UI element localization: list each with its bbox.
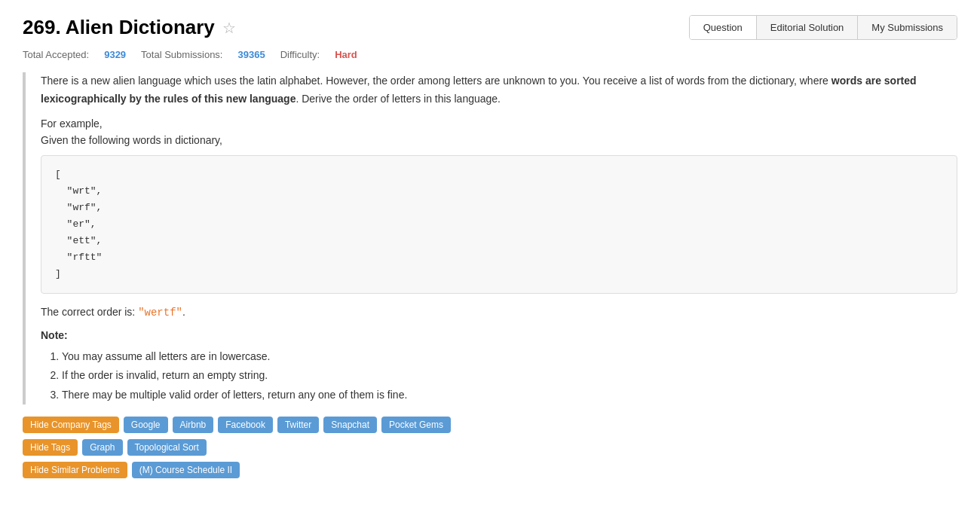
note-item-3: There may be multiple valid order of let…: [62, 386, 957, 404]
company-tags-row: Hide Company Tags Google Airbnb Facebook…: [23, 417, 957, 433]
total-accepted-label: Total Accepted:: [23, 49, 89, 60]
correct-order-prefix: The correct order is:: [41, 306, 138, 318]
problem-description: There is a new alien language which uses…: [41, 72, 957, 108]
hide-company-tags-button[interactable]: Hide Company Tags: [23, 417, 119, 433]
stats-row: Total Accepted: 9329 Total Submissions: …: [23, 49, 957, 60]
note-title: Note:: [41, 329, 957, 341]
company-tags-section: Hide Company Tags Google Airbnb Facebook…: [23, 417, 957, 478]
title-area: 269. Alien Dictionary ☆: [23, 16, 236, 39]
hide-tags-button[interactable]: Hide Tags: [23, 439, 78, 456]
tab-question[interactable]: Question: [690, 16, 757, 39]
total-submissions-label: Total Submissions:: [141, 49, 222, 60]
similar-problem-course-schedule[interactable]: (M) Course Schedule II: [132, 462, 240, 478]
header: 269. Alien Dictionary ☆ Question Editori…: [23, 15, 957, 40]
tab-submissions[interactable]: My Submissions: [858, 16, 957, 39]
for-example: For example,: [41, 118, 957, 130]
content-area: There is a new alien language which uses…: [23, 72, 957, 404]
tab-editorial[interactable]: Editorial Solution: [757, 16, 859, 39]
difficulty-label: Difficulty:: [280, 49, 320, 60]
algorithm-tag-graph[interactable]: Graph: [82, 439, 122, 456]
code-block: [ "wrt", "wrf", "er", "ett", "rftt" ]: [41, 155, 957, 295]
similar-problems-row: Hide Similar Problems (M) Course Schedul…: [23, 462, 957, 478]
star-icon[interactable]: ☆: [222, 19, 236, 37]
company-tag-twitter[interactable]: Twitter: [277, 417, 319, 433]
total-accepted-value: 9329: [104, 49, 126, 60]
note-item-1: You may assume all letters are in lowerc…: [62, 347, 957, 366]
tab-buttons: Question Editorial Solution My Submissio…: [689, 15, 957, 40]
company-tag-facebook[interactable]: Facebook: [218, 417, 273, 433]
given-words: Given the following words in dictionary,: [41, 134, 957, 146]
note-list: You may assume all letters are in lowerc…: [62, 347, 957, 404]
company-tag-airbnb[interactable]: Airbnb: [173, 417, 214, 433]
page-container: 269. Alien Dictionary ☆ Question Editori…: [0, 0, 980, 499]
correct-order-suffix: .: [182, 306, 185, 318]
correct-order: The correct order is: "wertf".: [41, 306, 957, 319]
desc-part2: . Derive the order of letters in this la…: [296, 93, 501, 105]
desc-part1: There is a new alien language which uses…: [41, 75, 831, 87]
note-item-2: If the order is invalid, return an empty…: [62, 366, 957, 385]
algorithm-tags-row: Hide Tags Graph Topological Sort: [23, 439, 957, 456]
page-title: 269. Alien Dictionary: [23, 16, 215, 39]
total-submissions-value: 39365: [237, 49, 265, 60]
company-tag-snapchat[interactable]: Snapchat: [323, 417, 377, 433]
company-tag-google[interactable]: Google: [124, 417, 168, 433]
company-tag-pocket-gems[interactable]: Pocket Gems: [381, 417, 451, 433]
hide-similar-problems-button[interactable]: Hide Similar Problems: [23, 462, 127, 478]
difficulty-value: Hard: [335, 49, 357, 60]
correct-order-value: "wertf": [138, 307, 182, 319]
note-section: Note: You may assume all letters are in …: [41, 329, 957, 404]
algorithm-tag-topological-sort[interactable]: Topological Sort: [127, 439, 207, 456]
